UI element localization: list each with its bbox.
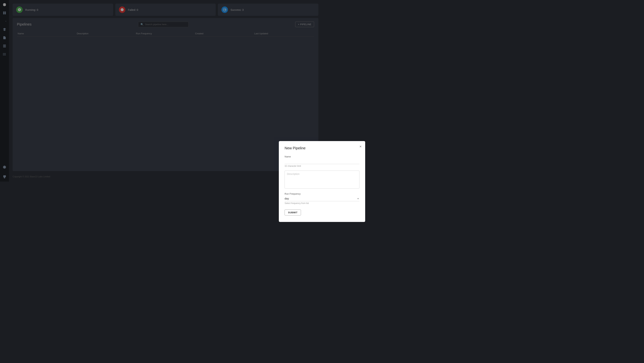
new-pipeline-modal: New Pipeline × Name 32 character limit R…: [279, 141, 322, 181]
name-input[interactable]: [284, 159, 322, 164]
name-label: Name: [284, 155, 322, 158]
description-form-group: [284, 171, 322, 181]
modal-title: New Pipeline: [284, 146, 322, 150]
description-textarea[interactable]: [284, 171, 322, 181]
name-hint: 32 character limit: [284, 165, 322, 167]
name-form-group: Name 32 character limit: [284, 155, 322, 167]
modal-overlay: New Pipeline × Name 32 character limit R…: [0, 0, 322, 181]
